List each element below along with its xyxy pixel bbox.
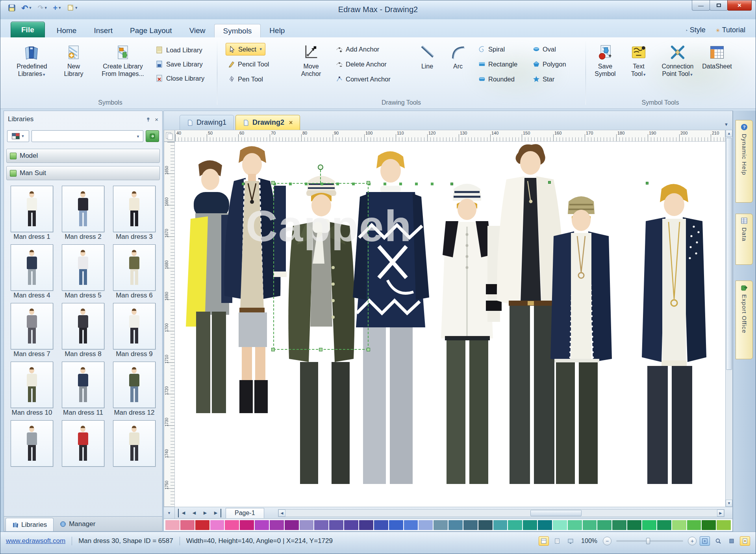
color-swatch[interactable] <box>270 520 284 530</box>
save-symbol-button[interactable]: Save Symbol <box>589 42 621 78</box>
color-swatch[interactable] <box>180 520 195 530</box>
pan-button[interactable] <box>726 536 737 546</box>
tab-home[interactable]: Home <box>48 24 85 37</box>
tab-dynamic-help[interactable]: ? Dynamic Help <box>736 120 753 203</box>
fit-to-window-button[interactable] <box>700 536 710 546</box>
color-swatch[interactable] <box>210 520 224 530</box>
color-swatch[interactable] <box>523 520 537 530</box>
color-swatch[interactable] <box>165 520 180 530</box>
selection-handle-se[interactable] <box>367 348 370 351</box>
tab-help[interactable]: Help <box>261 24 293 37</box>
last-page-button[interactable]: ▶ <box>211 509 221 517</box>
star-tool-button[interactable]: Star <box>530 73 557 85</box>
create-library-button[interactable]: Create Library From Images... <box>95 42 151 78</box>
color-swatch[interactable] <box>404 520 418 530</box>
library-item[interactable] <box>62 186 104 232</box>
doc-tab-close-icon[interactable]: × <box>289 119 293 126</box>
library-item[interactable] <box>11 186 53 232</box>
library-item[interactable] <box>113 186 156 232</box>
panel-close-icon[interactable]: × <box>155 116 158 123</box>
polygon-tool-button[interactable]: Polygon <box>530 58 569 70</box>
color-swatch[interactable] <box>225 520 239 530</box>
color-swatch[interactable] <box>657 520 671 530</box>
next-page-button[interactable]: ▶ <box>200 509 210 517</box>
zoom-slider[interactable] <box>616 540 683 542</box>
library-search-combo[interactable]: ▼ <box>32 130 143 142</box>
library-item[interactable] <box>62 303 104 349</box>
library-go-button[interactable] <box>146 130 159 142</box>
color-swatch[interactable] <box>359 520 373 530</box>
library-item[interactable] <box>62 362 104 408</box>
maximize-button[interactable] <box>710 0 728 11</box>
color-swatch[interactable] <box>478 520 493 530</box>
tab-symbols[interactable]: Symbols <box>214 24 261 37</box>
vertical-scroll-thumb[interactable] <box>726 138 732 370</box>
library-style-button[interactable]: ▼ <box>7 130 29 142</box>
library-item[interactable] <box>113 420 156 467</box>
color-swatch[interactable] <box>389 520 403 530</box>
selection-handle-ne[interactable] <box>367 181 370 185</box>
doc-tab-drawing1[interactable]: Drawing1 <box>180 115 234 130</box>
convert-anchor-button[interactable]: Convert Anchor <box>334 73 393 85</box>
library-group-model[interactable]: Model <box>6 149 160 163</box>
color-swatch[interactable] <box>195 520 209 530</box>
library-item[interactable] <box>62 420 104 467</box>
scroll-down-icon[interactable]: ▼ <box>726 500 732 507</box>
edrawsoft-link[interactable]: www.edrawsoft.com <box>6 537 65 545</box>
color-swatch[interactable] <box>568 520 582 530</box>
color-swatch[interactable] <box>314 520 328 530</box>
color-swatch[interactable] <box>583 520 597 530</box>
load-library-button[interactable]: Load Library <box>153 44 205 56</box>
library-item[interactable] <box>11 420 53 467</box>
close-button[interactable]: × <box>727 0 752 11</box>
tab-data[interactable]: Data <box>736 214 753 265</box>
color-swatch[interactable] <box>687 520 701 530</box>
scroll-up-icon[interactable]: ▲ <box>726 130 732 137</box>
predefined-libraries-button[interactable]: Predefined Libraries▼ <box>11 42 53 78</box>
library-item[interactable] <box>113 362 156 408</box>
color-swatch[interactable] <box>300 520 314 530</box>
color-swatch[interactable] <box>553 520 567 530</box>
tutorial-menu[interactable]: ✳Tutorial <box>716 26 745 34</box>
color-swatch[interactable] <box>255 520 269 530</box>
vertical-scrollbar[interactable]: ▲ ▼ <box>725 130 732 507</box>
horizontal-scroll-thumb[interactable] <box>530 510 582 516</box>
library-group-man-suit[interactable]: Man Suit <box>6 166 160 180</box>
library-item[interactable] <box>11 303 53 349</box>
color-swatch[interactable] <box>374 520 388 530</box>
rotation-handle[interactable] <box>318 164 323 170</box>
rectangle-tool-button[interactable]: Rectangle <box>476 58 520 70</box>
tab-page-layout[interactable]: Page Layout <box>121 24 181 37</box>
color-swatch[interactable] <box>717 520 731 530</box>
color-swatch[interactable] <box>448 520 463 530</box>
line-tool-button[interactable]: Line <box>415 42 440 70</box>
color-swatch[interactable] <box>702 520 716 530</box>
tab-insert[interactable]: Insert <box>85 24 121 37</box>
minimize-button[interactable]: — <box>692 0 710 11</box>
color-swatch[interactable] <box>493 520 508 530</box>
selection-handle-sw[interactable] <box>271 348 275 351</box>
oval-tool-button[interactable]: Oval <box>530 43 558 55</box>
first-page-button[interactable]: ◀ <box>178 509 188 517</box>
pen-tool-button[interactable]: Pen Tool <box>226 73 265 85</box>
page-tab[interactable]: Page-1 <box>226 508 264 518</box>
page-options-dropdown[interactable]: ▼ <box>164 507 175 519</box>
color-swatch[interactable] <box>642 520 656 530</box>
selection-handle-nw[interactable] <box>271 181 275 185</box>
connection-point-tool-button[interactable]: Connection Point Tool▼ <box>655 42 700 78</box>
color-swatch[interactable] <box>463 520 478 530</box>
style-menu[interactable]: ◔Style <box>685 26 706 34</box>
zoom-in-button[interactable]: + <box>688 537 697 545</box>
normal-view-button[interactable] <box>539 536 549 546</box>
library-item[interactable] <box>113 303 156 349</box>
library-item[interactable] <box>113 244 156 291</box>
save-library-button[interactable]: Save Library <box>153 58 205 70</box>
scroll-right-icon[interactable]: ▶ <box>717 510 724 517</box>
color-swatch[interactable] <box>672 520 686 530</box>
rounded-tool-button[interactable]: Rounded <box>476 73 517 85</box>
pin-icon[interactable] <box>146 117 151 122</box>
library-item[interactable] <box>11 362 53 408</box>
color-swatch[interactable] <box>240 520 254 530</box>
color-swatch[interactable] <box>344 520 358 530</box>
new-library-button[interactable]: New Library <box>59 42 89 78</box>
